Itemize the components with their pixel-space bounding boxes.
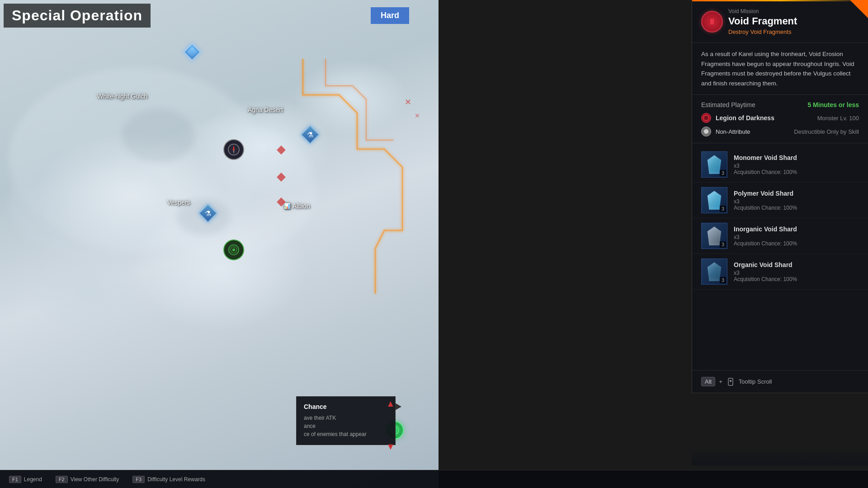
mission-title: Void Fragment: [728, 15, 859, 27]
tooltip-scroll-label: Tooltip Scroll: [739, 378, 772, 385]
svg-point-2: [9, 149, 172, 258]
mission-text-area: Void Mission Void Fragment Destroy Void …: [728, 8, 859, 35]
mission-icon: ⏸: [701, 11, 723, 33]
mission-detail-panel: ⏸ Void Mission Void Fragment Destroy Voi…: [692, 0, 868, 393]
svg-point-13: [232, 249, 235, 251]
svg-point-3: [122, 108, 194, 163]
reward-name-3: Organic Void Shard: [734, 261, 859, 268]
panel-corner-accent: [850, 0, 868, 18]
reward-name-1: Polymer Void Shard: [734, 190, 859, 197]
rewards-section: 3 Monomer Void Shard x3 Acquisition Chan…: [692, 143, 868, 293]
other-difficulty-label: View Other Difficulty: [71, 476, 119, 483]
mission-objective: Destroy Void Fragments: [728, 28, 859, 35]
target-icon[interactable]: [223, 239, 244, 260]
tooltip-popup: Chance ave their ATK ance ce of enemies …: [296, 396, 396, 445]
f3-key: F3: [132, 476, 145, 483]
svg-rect-5: [277, 145, 286, 155]
map-label-vespers: Vespers: [167, 199, 190, 206]
bottom-bar: F1 Legend F2 View Other Difficulty F3 Di…: [0, 470, 868, 488]
reward-icon-box-1: 3: [701, 187, 727, 213]
compass-icon[interactable]: [223, 139, 244, 160]
attribute-icon-inner: [704, 129, 708, 134]
reward-icon-box-3: 3: [701, 258, 727, 285]
reward-item-3: 3 Organic Void Shard x3 Acquisition Chan…: [692, 254, 868, 290]
reward-count-1: 3: [720, 206, 726, 212]
reward-count-3: 3: [720, 277, 726, 283]
difficulty-rewards-label: Difficulty Level Rewards: [147, 476, 205, 483]
tooltip-scroll-bar: Alt + Tooltip Scroll: [692, 370, 868, 393]
reward-count-2: 3: [720, 241, 726, 248]
reward-quantity-3: x3: [734, 270, 859, 276]
playtime-value: 5 Minutes or less: [807, 101, 859, 108]
reward-item-1: 3 Polymer Void Shard x3 Acquisition Chan…: [692, 183, 868, 218]
reward-name-2: Inorganic Void Shard: [734, 225, 859, 233]
reward-info-3: Organic Void Shard x3 Acquisition Chance…: [734, 261, 859, 282]
reward-quantity-1: x3: [734, 198, 859, 205]
page-title: Special Operation: [4, 4, 151, 28]
bottom-bar-legend[interactable]: F1 Legend: [9, 476, 42, 483]
enemy-icon: [701, 113, 711, 123]
target-svg: [228, 244, 240, 256]
crosshair-marker-2: ✕: [415, 112, 420, 119]
mission-subtitle: Void Mission: [728, 8, 859, 14]
alt-key: Alt: [701, 377, 715, 386]
scroll-down-arrow[interactable]: ▼: [386, 441, 395, 452]
reward-icon-box-2: 3: [701, 223, 727, 249]
svg-rect-6: [277, 173, 286, 182]
map-label-white-night: White-night Gulch: [97, 93, 147, 100]
enemy-row: Legion of Darkness Monster Lv. 100: [701, 113, 859, 123]
legend-label: Legend: [24, 476, 42, 483]
mission-stats: Estimated Playtime 5 Minutes or less Leg…: [692, 95, 868, 143]
reward-name-0: Monomer Void Shard: [734, 154, 859, 161]
playtime-row: Estimated Playtime 5 Minutes or less: [701, 101, 859, 108]
plus-sign: +: [719, 378, 722, 385]
mission-type-row: ⏸ Void Mission Void Fragment Destroy Voi…: [701, 8, 859, 35]
bottom-bar-difficulty[interactable]: F2 View Other Difficulty: [56, 476, 119, 483]
attribute-row: Non-Attribute Destructible Only by Skill: [701, 127, 859, 136]
monster-level: Monster Lv. 100: [817, 115, 859, 122]
reward-icon-box-0: 3: [701, 151, 727, 178]
map-waypoint-white-night[interactable]: [184, 44, 200, 60]
svg-rect-18: [730, 380, 731, 382]
rewards-fade: [692, 447, 868, 465]
reward-chance-1: Acquisition Chance: 100%: [734, 205, 859, 211]
tooltip-text: ave their ATK ance ce of enemies that ap…: [304, 414, 388, 438]
f2-key: F2: [56, 476, 68, 483]
reward-info-2: Inorganic Void Shard x3 Acquisition Chan…: [734, 225, 859, 247]
reward-item-2: 3 Inorganic Void Shard x3 Acquisition Ch…: [692, 218, 868, 254]
pause-icon: ⏸: [708, 17, 716, 27]
tooltip-arrow: [395, 403, 401, 410]
enemy-icon-inner: [703, 115, 709, 121]
attribute-icon: [701, 127, 711, 136]
compass-svg: [227, 143, 240, 156]
scroll-icon: [726, 377, 735, 386]
scroll-up-arrow[interactable]: ▲: [386, 399, 395, 409]
svg-rect-7: [277, 197, 286, 206]
crosshair-marker-1: ✕: [405, 97, 411, 107]
playtime-label: Estimated Playtime: [701, 101, 755, 108]
reward-chance-0: Acquisition Chance: 100%: [734, 169, 859, 175]
attribute-name: Non-Attribute: [716, 128, 750, 135]
reward-quantity-2: x3: [734, 234, 859, 240]
reward-quantity-0: x3: [734, 163, 859, 169]
tooltip-title: Chance: [304, 403, 388, 410]
reward-count-0: 3: [720, 170, 726, 176]
map-area: Special Operation Hard White-night Gulch…: [0, 0, 439, 488]
f1-key: F1: [9, 476, 21, 483]
enemy-name: Legion of Darkness: [716, 114, 774, 122]
bottom-bar-rewards[interactable]: F3 Difficulty Level Rewards: [132, 476, 205, 483]
reward-chance-2: Acquisition Chance: 100%: [734, 240, 859, 247]
hard-button[interactable]: Hard: [371, 7, 409, 24]
reward-chance-3: Acquisition Chance: 100%: [734, 276, 859, 282]
reward-info-1: Polymer Void Shard x3 Acquisition Chance…: [734, 190, 859, 211]
reward-info-0: Monomer Void Shard x3 Acquisition Chance…: [734, 154, 859, 175]
reward-item-0: 3 Monomer Void Shard x3 Acquisition Chan…: [692, 147, 868, 183]
attribute-note: Destructible Only by Skill: [794, 128, 859, 135]
mission-description: As a result of Karel using the Ironheart…: [692, 43, 868, 95]
panel-header: ⏸ Void Mission Void Fragment Destroy Voi…: [692, 0, 868, 43]
